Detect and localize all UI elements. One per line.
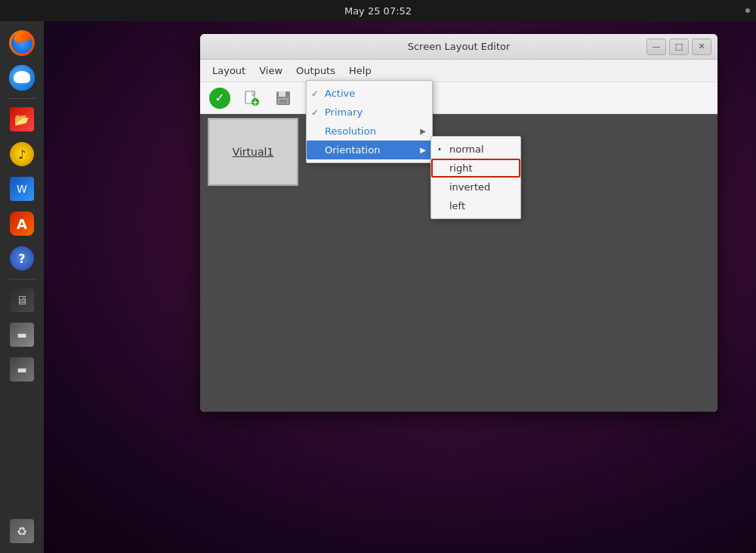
rhythmbox-icon: ♪ [10,142,34,166]
ctx-item-right[interactable]: right [431,159,520,178]
ctx-item-normal[interactable]: • normal [431,140,520,159]
ctx-orientation-label: Orientation [325,144,380,156]
topbar-indicator [745,8,750,13]
printer-icon: ▬ [10,357,34,382]
sidebar-item-appstore[interactable]: A [6,208,38,239]
screen-layout-editor-window: Screen Layout Editor — □ ✕ Layout View O… [200,34,717,412]
virtual1-label: Virtual1 [233,146,274,158]
context-menu-outputs: ✓ Active ✓ Primary Resolution ▶ Orientat… [306,80,433,163]
topbar: May 25 07:52 [0,0,756,21]
svg-rect-4 [279,91,285,97]
monitor-icon: 🖥 [10,288,34,312]
normal-bullet-icon: • [437,145,442,153]
window-titlebar: Screen Layout Editor — □ ✕ [200,34,717,60]
ctx-right-label: right [449,162,473,174]
ctx-item-active[interactable]: ✓ Active [307,84,432,103]
save-button[interactable] [270,86,297,110]
maximize-button[interactable]: □ [669,39,689,55]
toolbar: ✓ + [200,82,717,114]
window-title: Screen Layout Editor [408,41,511,52]
menu-view[interactable]: View [253,63,289,79]
menu-outputs[interactable]: Outputs [290,63,341,79]
writer-icon: W [10,177,34,201]
scanner-icon: ▬ [10,323,34,347]
ctx-inverted-label: inverted [449,181,490,193]
ctx-left-label: left [449,200,465,212]
appstore-icon: A [10,212,34,236]
help-icon: ? [10,246,34,270]
ctx-item-inverted[interactable]: inverted [431,178,520,196]
sidebar-item-trash[interactable]: ♻ [6,515,38,547]
firefox-icon [9,30,35,56]
trash-icon: ♻ [10,519,34,543]
ctx-item-left[interactable]: left [431,196,520,215]
sidebar-item-thunderbird[interactable] [6,62,38,94]
orientation-arrow-icon: ▶ [420,146,426,154]
svg-text:+: + [252,98,258,107]
menubar: Layout View Outputs Help [200,60,717,82]
thunderbird-icon [9,65,35,91]
ctx-item-primary[interactable]: ✓ Primary [307,103,432,122]
new-file-button[interactable]: + [238,86,265,110]
sidebar-item-firefox[interactable] [6,27,38,59]
menu-help[interactable]: Help [343,63,378,79]
desktop: May 25 07:52 📂 ♪ W [0,0,756,553]
ctx-resolution-label: Resolution [325,125,376,137]
sidebar-item-files[interactable]: 📂 [6,103,38,135]
sidebar-item-writer[interactable]: W [6,173,38,205]
active-check-icon: ✓ [311,88,319,99]
ctx-primary-label: Primary [325,107,363,118]
sidebar-item-scanner[interactable]: ▬ [6,319,38,351]
resolution-arrow-icon: ▶ [420,127,426,135]
sidebar-sep-1 [8,98,35,99]
sidebar-item-monitor[interactable]: 🖥 [6,284,38,316]
sidebar: 📂 ♪ W A ? 🖥 ▬ ▬ [0,21,44,553]
close-button[interactable]: ✕ [692,39,711,55]
save-icon [275,90,292,107]
sidebar-item-printer[interactable]: ▬ [6,354,38,385]
files-icon: 📂 [10,107,34,131]
primary-check-icon: ✓ [311,107,319,118]
context-menu-orientation: • normal right inverted left [430,136,521,219]
virtual1-box[interactable]: Virtual1 [208,118,298,186]
apply-button[interactable]: ✓ [206,86,233,110]
ctx-item-orientation[interactable]: Orientation ▶ [307,141,432,159]
topbar-time: May 25 07:52 [344,5,412,17]
svg-rect-6 [279,100,287,103]
minimize-button[interactable]: — [646,39,666,55]
ctx-item-resolution[interactable]: Resolution ▶ [307,122,432,141]
menu-layout[interactable]: Layout [206,63,251,79]
new-file-icon: + [243,90,260,107]
sidebar-item-rhythmbox[interactable]: ♪ [6,138,38,170]
sidebar-sep-2 [8,279,35,280]
window-controls: — □ ✕ [646,39,711,55]
ctx-active-label: Active [325,88,355,99]
sidebar-item-help[interactable]: ? [6,243,38,274]
ctx-normal-label: normal [449,144,484,155]
